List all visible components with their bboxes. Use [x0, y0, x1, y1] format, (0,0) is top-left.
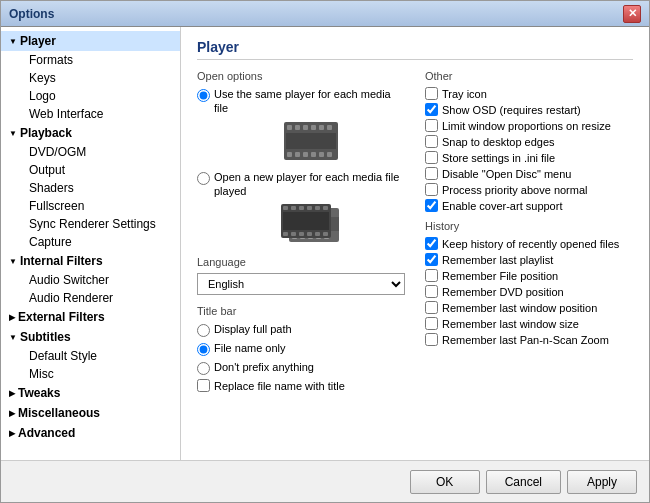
- svg-rect-40: [323, 232, 328, 236]
- titlebar: Options ✕: [1, 1, 649, 27]
- checkbox-remember-playlist[interactable]: [425, 253, 438, 266]
- cancel-button[interactable]: Cancel: [486, 470, 561, 494]
- svg-rect-35: [283, 232, 288, 236]
- sidebar-item-advanced[interactable]: ▶ Advanced: [1, 423, 180, 443]
- radio-same-player[interactable]: [197, 89, 210, 102]
- svg-rect-13: [327, 152, 332, 157]
- radio-file-name-only-label: File name only: [214, 341, 286, 355]
- svg-rect-12: [319, 152, 324, 157]
- checkbox-remember-pan-zoom[interactable]: [425, 333, 438, 346]
- sidebar-item-subtitles[interactable]: ▼ Subtitles: [1, 327, 180, 347]
- svg-rect-31: [299, 206, 304, 210]
- checkbox-show-osd-option: Show OSD (requires restart): [425, 103, 633, 116]
- checkbox-show-osd[interactable]: [425, 103, 438, 116]
- checkbox-remember-window-position[interactable]: [425, 301, 438, 314]
- language-select[interactable]: English French German Spanish: [197, 273, 405, 295]
- history-label: History: [425, 220, 633, 232]
- checkbox-process-priority[interactable]: [425, 183, 438, 196]
- language-label: Language: [197, 256, 405, 268]
- checkbox-tray-icon[interactable]: [425, 87, 438, 100]
- checkbox-limit-window[interactable]: [425, 119, 438, 132]
- sidebar-item-capture[interactable]: Capture: [1, 233, 180, 251]
- sidebar-item-syncrenderer[interactable]: Sync Renderer Settings: [1, 215, 180, 233]
- checkbox-remember-window-size-option: Remember last window size: [425, 317, 633, 330]
- checkbox-store-settings-label: Store settings in .ini file: [442, 152, 555, 164]
- checkbox-enable-cover-art-option: Enable cover-art support: [425, 199, 633, 212]
- svg-rect-11: [311, 152, 316, 157]
- sidebar-item-internalfilters[interactable]: ▼ Internal Filters: [1, 251, 180, 271]
- checkbox-remember-playlist-option: Remember last playlist: [425, 253, 633, 266]
- sidebar-item-logo[interactable]: Logo: [1, 87, 180, 105]
- checkbox-remember-pan-zoom-label: Remember last Pan-n-Scan Zoom: [442, 334, 609, 346]
- svg-rect-34: [323, 206, 328, 210]
- svg-rect-32: [307, 206, 312, 210]
- radio-display-full-path[interactable]: [197, 324, 210, 337]
- sidebar-item-keys[interactable]: Keys: [1, 69, 180, 87]
- checkbox-snap-desktop[interactable]: [425, 135, 438, 148]
- apply-button[interactable]: Apply: [567, 470, 637, 494]
- radio-file-name-only-option: File name only: [197, 341, 405, 356]
- sidebar-group-label: Subtitles: [20, 330, 71, 344]
- checkbox-keep-history-option: Keep history of recently opened files: [425, 237, 633, 250]
- main-panel: Player Open options Use the same player …: [181, 27, 649, 460]
- checkbox-remember-dvd-position[interactable]: [425, 285, 438, 298]
- checkbox-show-osd-label: Show OSD (requires restart): [442, 104, 581, 116]
- checkbox-replace-filename[interactable]: [197, 379, 210, 392]
- checkbox-remember-window-size[interactable]: [425, 317, 438, 330]
- close-button[interactable]: ✕: [623, 5, 641, 23]
- checkbox-remember-dvd-position-option: Remember DVD position: [425, 285, 633, 298]
- sidebar-item-audioswitcher[interactable]: Audio Switcher: [1, 271, 180, 289]
- checkbox-process-priority-option: Process priority above normal: [425, 183, 633, 196]
- left-column: Open options Use the same player for eac…: [197, 70, 405, 395]
- sidebar-item-miscellaneous[interactable]: ▶ Miscellaneous: [1, 403, 180, 423]
- sidebar-item-audiorenderer[interactable]: Audio Renderer: [1, 289, 180, 307]
- sidebar-item-webinterface[interactable]: Web Interface: [1, 105, 180, 123]
- checkbox-remember-window-size-label: Remember last window size: [442, 318, 579, 330]
- checkbox-store-settings-option: Store settings in .ini file: [425, 151, 633, 164]
- radio-dont-prefix-option: Don't prefix anything: [197, 360, 405, 375]
- sidebar-item-tweaks[interactable]: ▶ Tweaks: [1, 383, 180, 403]
- sidebar-item-dvdogm[interactable]: DVD/OGM: [1, 143, 180, 161]
- film-strip-icon-1: [284, 122, 338, 160]
- checkbox-remember-file-position-label: Remember File position: [442, 270, 558, 282]
- svg-rect-7: [327, 125, 332, 130]
- sidebar-group-label: Internal Filters: [20, 254, 103, 268]
- other-label: Other: [425, 70, 633, 82]
- radio-file-name-only[interactable]: [197, 343, 210, 356]
- sidebar-group-label: External Filters: [18, 310, 105, 324]
- sidebar-item-player[interactable]: ▼ Player: [1, 31, 180, 51]
- svg-rect-37: [299, 232, 304, 236]
- media-icon-1: [217, 122, 405, 160]
- sidebar-group-label: Tweaks: [18, 386, 60, 400]
- expand-icon: ▼: [9, 37, 17, 46]
- radio-dont-prefix[interactable]: [197, 362, 210, 375]
- ok-button[interactable]: OK: [410, 470, 480, 494]
- sidebar-item-playback[interactable]: ▼ Playback: [1, 123, 180, 143]
- sidebar-item-misc[interactable]: Misc: [1, 365, 180, 383]
- checkbox-keep-history[interactable]: [425, 237, 438, 250]
- sidebar-item-shaders[interactable]: Shaders: [1, 179, 180, 197]
- sidebar-item-output[interactable]: Output: [1, 161, 180, 179]
- svg-rect-2: [287, 125, 292, 130]
- checkbox-remember-file-position[interactable]: [425, 269, 438, 282]
- expand-icon: ▶: [9, 409, 15, 418]
- checkbox-replace-filename-option: Replace file name with title: [197, 379, 405, 392]
- checkbox-store-settings[interactable]: [425, 151, 438, 164]
- svg-rect-10: [303, 152, 308, 157]
- sidebar-item-fullscreen[interactable]: Fullscreen: [1, 197, 180, 215]
- checkbox-enable-cover-art-label: Enable cover-art support: [442, 200, 562, 212]
- checkbox-enable-cover-art[interactable]: [425, 199, 438, 212]
- panel-title: Player: [197, 39, 633, 60]
- radio-new-player[interactable]: [197, 172, 210, 185]
- sidebar-item-formats[interactable]: Formats: [1, 51, 180, 69]
- checkbox-process-priority-label: Process priority above normal: [442, 184, 588, 196]
- checkbox-tray-icon-option: Tray icon: [425, 87, 633, 100]
- checkbox-disable-open-disc[interactable]: [425, 167, 438, 180]
- checkbox-disable-open-disc-label: Disable "Open Disc" menu: [442, 168, 571, 180]
- checkbox-disable-open-disc-option: Disable "Open Disc" menu: [425, 167, 633, 180]
- sidebar-item-defaultstyle[interactable]: Default Style: [1, 347, 180, 365]
- svg-rect-4: [303, 125, 308, 130]
- open-options-label: Open options: [197, 70, 405, 82]
- sidebar-item-externalfilters[interactable]: ▶ External Filters: [1, 307, 180, 327]
- history-section: History Keep history of recently opened …: [425, 220, 633, 346]
